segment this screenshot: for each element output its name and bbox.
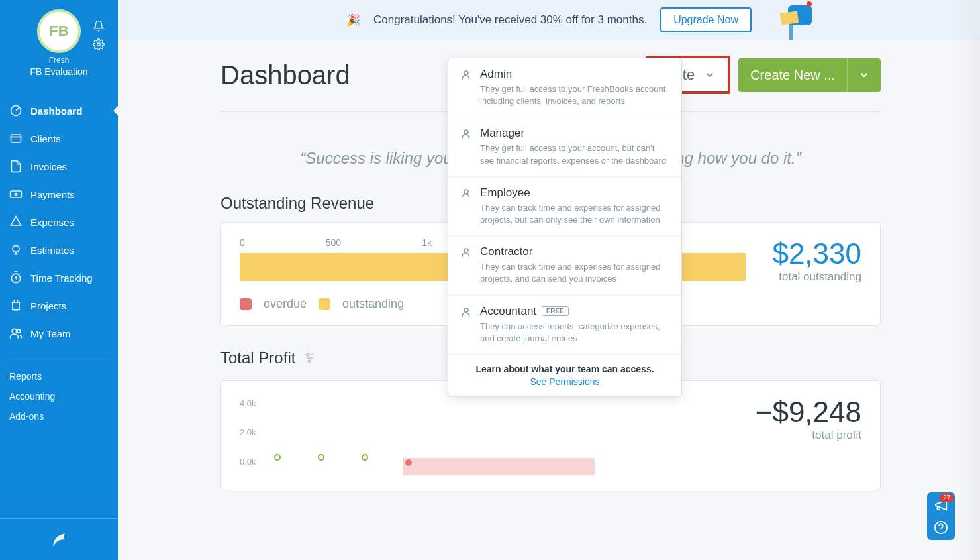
announce-badge: 27	[940, 494, 954, 502]
see-permissions-link[interactable]: See Permissions	[458, 376, 672, 387]
invite-option-employee[interactable]: Employee They can track time and expense…	[448, 177, 681, 236]
chevron-down-icon	[704, 69, 716, 81]
nav-dashboard[interactable]: Dashboard	[0, 97, 118, 125]
upgrade-label: Upgrade Now	[673, 14, 738, 25]
dd-desc: They can access reports, categorize expe…	[480, 321, 669, 345]
svg-point-12	[307, 353, 309, 355]
payments-icon	[9, 188, 23, 201]
clock-icon	[9, 271, 23, 284]
invite-option-contractor[interactable]: Contractor They can track time and expen…	[448, 236, 681, 295]
filter-icon[interactable]	[303, 351, 317, 364]
svg-point-19	[464, 308, 468, 312]
svg-point-0	[97, 43, 101, 46]
nav-my-team[interactable]: My Team	[0, 319, 118, 347]
dd-desc: They get full access to your account, bu…	[480, 142, 669, 166]
profit-point	[274, 454, 281, 461]
dd-footer-lead: Learn about what your team can access.	[458, 364, 672, 374]
nav-label: Payments	[30, 189, 75, 200]
nav-label: My Team	[30, 328, 71, 339]
profit-sub: total profit	[756, 429, 861, 442]
nav-payments[interactable]: Payments	[0, 180, 118, 208]
nav-label: Clients	[30, 133, 61, 144]
nav-invoices[interactable]: Invoices	[0, 152, 118, 180]
invite-option-admin[interactable]: Admin They get full access to your Fresh…	[448, 58, 681, 117]
nav-add-ons[interactable]: Add-ons	[0, 406, 118, 426]
nav-label: Expenses	[30, 217, 74, 228]
invite-option-accountant[interactable]: Accountant FREE They can access reports,…	[448, 296, 681, 355]
legend-outstanding: outstanding	[342, 297, 404, 311]
sidebar-header: FB Fresh FB Evaluation	[0, 0, 118, 82]
gear-icon[interactable]	[93, 38, 105, 50]
nav-accounting[interactable]: Accounting	[0, 386, 118, 406]
avatar[interactable]: FB	[37, 9, 81, 53]
ytick: 4.0k	[240, 398, 256, 408]
svg-point-14	[309, 360, 311, 362]
tick: 1k	[422, 237, 432, 248]
svg-point-15	[464, 71, 468, 75]
svg-rect-3	[11, 191, 22, 197]
dd-title: Employee	[480, 186, 669, 199]
person-icon	[460, 188, 472, 226]
scrollbar-hint	[956, 0, 980, 560]
nav-label: Time Tracking	[30, 272, 93, 284]
dd-desc: They get full access to your FreshBooks …	[480, 84, 669, 107]
svg-point-13	[310, 357, 312, 359]
person-icon	[460, 69, 472, 107]
nav: Dashboard Clients Invoices Payments Expe…	[0, 97, 118, 426]
create-chevron[interactable]	[847, 58, 881, 92]
ytick: 0.0k	[240, 457, 256, 467]
dashboard-icon	[9, 104, 23, 117]
dd-title-text: Accountant	[480, 305, 536, 318]
nav-label: Add-ons	[9, 411, 44, 421]
person-icon	[460, 306, 472, 345]
upgrade-button[interactable]: Upgrade Now	[660, 7, 752, 32]
dd-title: Admin	[480, 68, 669, 81]
mailbox-icon	[761, 0, 814, 40]
profit-chart: 4.0k 2.0k 0.0k	[240, 396, 729, 475]
invite-option-manager[interactable]: Manager They get full access to your acc…	[448, 117, 681, 176]
dropdown-footer: Learn about what your team can access. S…	[448, 355, 681, 396]
profit-point	[318, 454, 324, 461]
team-icon	[9, 327, 23, 340]
nav-label: Reports	[9, 371, 42, 382]
nav-label: Accounting	[9, 391, 55, 402]
estimates-icon	[9, 243, 23, 256]
nav-reports[interactable]: Reports	[0, 366, 118, 386]
create-new-button[interactable]: Create New ...	[738, 58, 881, 92]
legend-swatch-overdue	[240, 298, 252, 310]
tick: 500	[326, 237, 341, 248]
svg-point-4	[15, 193, 17, 195]
announce-icon[interactable]: 27	[934, 498, 948, 512]
svg-point-18	[464, 249, 468, 252]
promo-text: Congratulations! You've received 30% off…	[373, 13, 647, 27]
dd-title: Manager	[480, 127, 669, 140]
legend-overdue: overdue	[264, 297, 307, 311]
svg-rect-9	[789, 25, 793, 40]
nav-time-tracking[interactable]: Time Tracking	[0, 264, 118, 292]
bell-icon[interactable]	[93, 20, 105, 32]
nav-expenses[interactable]: Expenses	[0, 208, 118, 236]
revenue-sub: total outstanding	[772, 270, 861, 284]
promo-bar: 🎉 Congratulations! You've received 30% o…	[118, 0, 980, 40]
help-icon[interactable]	[934, 520, 948, 535]
tick: 0	[240, 237, 245, 248]
profit-loss-shade	[403, 458, 595, 475]
dd-title: Contractor	[480, 245, 669, 258]
svg-point-7	[17, 329, 21, 333]
svg-point-17	[464, 190, 468, 194]
page-title: Dashboard	[220, 60, 350, 90]
revenue-amount: $2,330	[772, 237, 861, 270]
nav-projects[interactable]: Projects	[0, 292, 118, 319]
profit-point	[362, 454, 368, 461]
profit-amount: −$9,248	[756, 396, 861, 429]
dd-desc: They can track time and expenses for ass…	[480, 261, 669, 285]
avatar-initials: FB	[49, 23, 68, 40]
svg-rect-10	[780, 11, 799, 25]
svg-rect-2	[11, 135, 21, 142]
leaf-icon[interactable]	[49, 530, 69, 549]
nav-label: Dashboard	[30, 105, 82, 117]
profit-plot	[270, 396, 729, 475]
svg-point-11	[807, 1, 812, 7]
nav-estimates[interactable]: Estimates	[0, 236, 118, 264]
nav-clients[interactable]: Clients	[0, 125, 118, 152]
